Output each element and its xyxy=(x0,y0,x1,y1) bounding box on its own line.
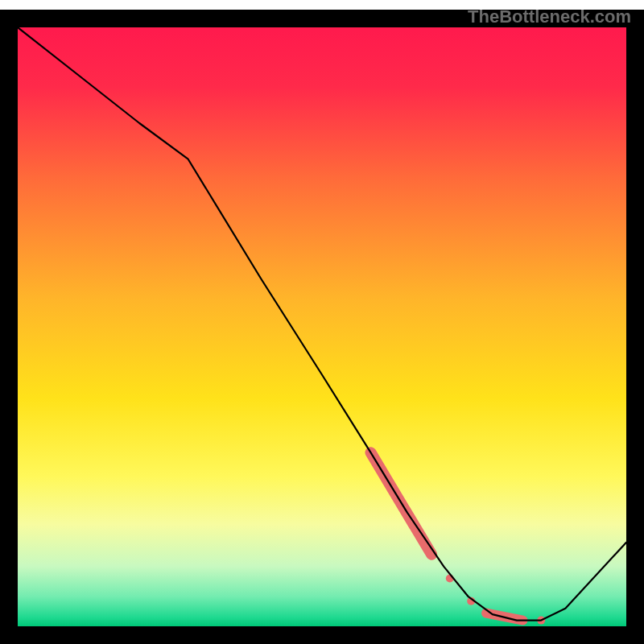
watermark-text: TheBottleneck.com xyxy=(468,6,631,27)
chart-svg xyxy=(0,0,644,644)
chart-container: { "watermark": "TheBottleneck.com", "gra… xyxy=(0,0,644,644)
plot-area xyxy=(9,19,635,635)
gradient-background xyxy=(18,27,626,626)
